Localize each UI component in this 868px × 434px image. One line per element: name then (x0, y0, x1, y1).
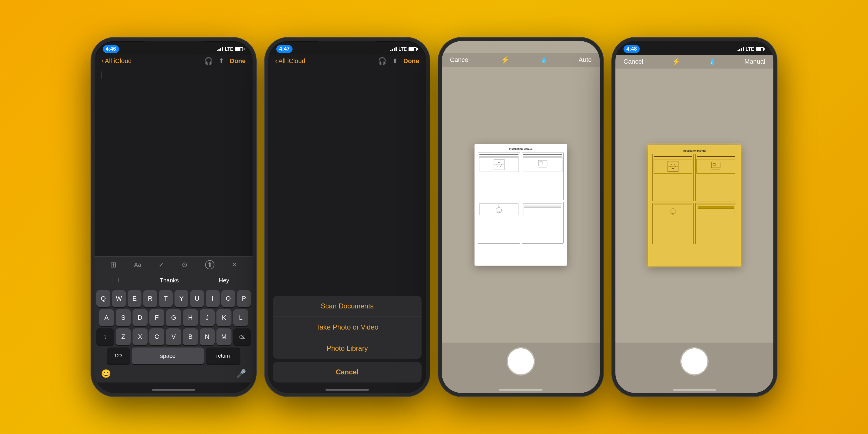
nav-icons-2: 🎧 ⬆ Done (378, 57, 419, 65)
flash-icon-3[interactable]: ⚡ (501, 56, 509, 64)
key-t[interactable]: T (159, 290, 173, 307)
delete-key[interactable]: ⌫ (233, 329, 251, 345)
camera-viewfinder-4: Installation Manual (615, 69, 773, 343)
key-h[interactable]: H (183, 309, 198, 326)
key-j[interactable]: J (199, 309, 215, 326)
back-arrow-icon: ‹ (101, 57, 103, 65)
pred-word-2[interactable]: Thanks (154, 276, 185, 285)
key-q[interactable]: Q (96, 290, 110, 307)
mic-button[interactable]: 🎤 (236, 369, 246, 378)
table-icon[interactable]: ⊞ (110, 260, 117, 269)
diagram-svg-3c: (XS) (494, 204, 504, 214)
lte-label-2: LTE (398, 46, 407, 52)
done-button-2[interactable]: Done (403, 57, 419, 65)
key-v[interactable]: V (166, 329, 181, 345)
key-n[interactable]: N (199, 329, 215, 345)
cancel-button-3[interactable]: Cancel (450, 56, 470, 64)
diagram-svg-4c: (XS) (668, 205, 678, 215)
key-row-4: 123 space return (96, 347, 251, 364)
key-z[interactable]: Z (116, 329, 131, 345)
notes-content-1[interactable] (95, 69, 253, 256)
shutter-button-3[interactable] (508, 348, 534, 374)
key-f[interactable]: F (149, 309, 164, 326)
camera-viewfinder-3: Installation Manual (442, 67, 600, 343)
back-label-1: All iCloud (105, 57, 132, 65)
status-time-4: 4:48 (623, 45, 640, 53)
send-icon[interactable]: ⬆ (205, 260, 214, 269)
close-icon[interactable]: ✕ (232, 261, 237, 269)
phone-3: 4:47 Cancel ⚡ 💧 Auto Installation Manual (438, 38, 603, 396)
notes-nav-2: ‹ All iCloud 🎧 ⬆ Done (268, 55, 426, 69)
key-row-3: ⇧ Z X C V B N M ⌫ (96, 329, 251, 345)
key-i[interactable]: I (206, 290, 220, 307)
key-b[interactable]: B (183, 329, 198, 345)
svg-rect-15 (713, 163, 715, 166)
key-k[interactable]: K (216, 309, 231, 326)
phone-3-screen: Cancel ⚡ 💧 Auto Installation Manual (442, 53, 600, 393)
emoji-button[interactable]: 😊 (101, 369, 111, 378)
key-o[interactable]: O (221, 290, 235, 307)
key-u[interactable]: U (190, 290, 204, 307)
key-c[interactable]: C (149, 329, 164, 345)
back-button-2[interactable]: ‹ All iCloud (275, 57, 305, 65)
back-label-2: All iCloud (278, 57, 305, 65)
take-photo-button[interactable]: Take Photo or Video (273, 317, 422, 338)
signal-icon-1 (217, 47, 223, 51)
key-x[interactable]: X (132, 329, 148, 345)
action-sheet: Scan Documents Take Photo or Video Photo… (268, 293, 426, 393)
key-row-1: Q W E R T Y U I O P (96, 290, 251, 307)
notes-nav-1: ‹ All iCloud 🎧 ⬆ Done (95, 55, 253, 69)
key-p[interactable]: P (237, 290, 251, 307)
lte-label-1: LTE (225, 46, 233, 52)
key-y[interactable]: Y (175, 290, 188, 307)
back-button-1[interactable]: ‹ All iCloud (101, 57, 132, 65)
key-r[interactable]: R (143, 290, 157, 307)
cancel-button-2[interactable]: Cancel (273, 362, 422, 382)
key-l[interactable]: L (233, 309, 248, 326)
scan-documents-button[interactable]: Scan Documents (273, 296, 422, 317)
shutter-button-4[interactable] (681, 348, 707, 374)
headphones-icon-2[interactable]: 🎧 (378, 57, 386, 65)
checklist-icon[interactable]: ✓ (159, 261, 164, 269)
headphones-icon[interactable]: 🎧 (204, 57, 213, 65)
shift-key[interactable]: ⇧ (96, 329, 114, 345)
key-a[interactable]: A (99, 309, 114, 326)
home-indicator-4 (615, 382, 773, 393)
return-key[interactable]: return (206, 347, 241, 364)
share-icon[interactable]: ⬆ (219, 57, 224, 65)
flash-mode-icon-4[interactable]: 💧 (709, 58, 716, 65)
phones-container: 4:46 LTE ‹ All iCloud (91, 38, 777, 396)
status-icons-1: LTE (217, 46, 245, 52)
predictive-bar: I Thanks Hey (95, 273, 253, 288)
aa-icon[interactable]: Aa (134, 261, 141, 268)
key-e[interactable]: E (128, 290, 142, 307)
status-icons-2: LTE (390, 46, 418, 52)
flash-mode-icon-3[interactable]: 💧 (540, 56, 548, 63)
phone-2: 4:47 LTE ‹ All iCloud (265, 38, 430, 396)
bottom-bar-row: 😊 🎤 (96, 367, 251, 381)
key-123[interactable]: 123 (107, 347, 130, 364)
pred-word-1[interactable]: I (112, 276, 126, 285)
text-cursor (101, 71, 102, 79)
phone-4-screen: Cancel ⚡ 💧 Manual Installation Manual (615, 55, 773, 393)
share-icon-2[interactable]: ⬆ (392, 57, 398, 65)
status-icons-4: LTE (738, 46, 765, 52)
camera-toolbar-icon[interactable]: ⊙ (182, 261, 187, 269)
phone-1: 4:46 LTE ‹ All iCloud (91, 38, 256, 396)
key-d[interactable]: D (132, 309, 148, 326)
cancel-button-4[interactable]: Cancel (623, 58, 643, 65)
pred-word-3[interactable]: Hey (213, 276, 235, 285)
key-m[interactable]: M (216, 329, 231, 345)
camera-nav-3: Cancel ⚡ 💧 Auto (442, 53, 600, 67)
notch-4 (665, 41, 723, 53)
key-w[interactable]: W (112, 290, 126, 307)
key-g[interactable]: G (166, 309, 181, 326)
doc-title-3: Installation Manual (478, 148, 564, 151)
flash-icon-4[interactable]: ⚡ (672, 58, 681, 66)
space-key[interactable]: space (132, 347, 204, 364)
camera-nav-4: Cancel ⚡ 💧 Manual (615, 55, 773, 69)
done-button-1[interactable]: Done (230, 57, 246, 65)
key-s[interactable]: S (116, 309, 131, 326)
home-bar-1 (152, 389, 195, 391)
photo-library-button[interactable]: Photo Library (273, 338, 422, 359)
